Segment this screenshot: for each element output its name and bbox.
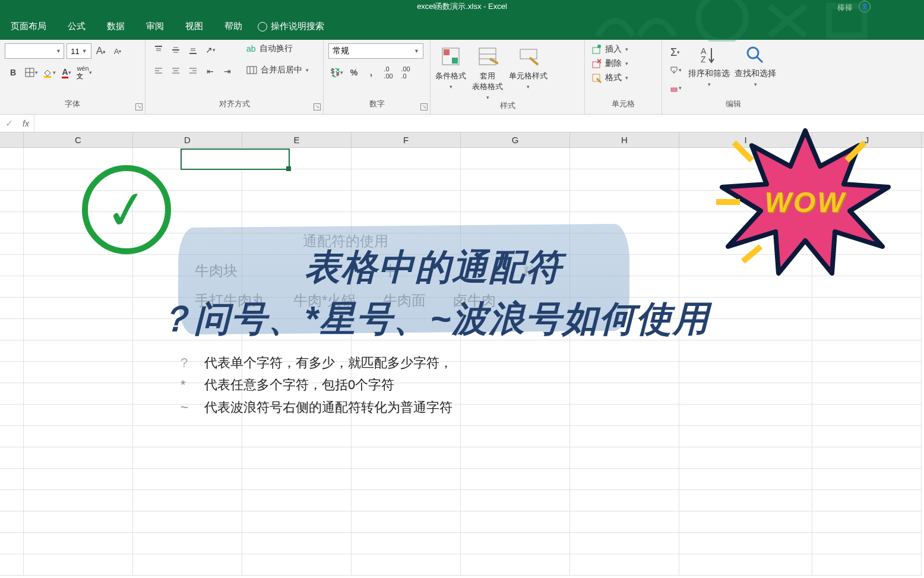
background-table: 通配符的使用 牛肉块 牛 粒 手打牛肉丸 牛肉*火锅 牛肉面 卤牛肉: [181, 226, 550, 316]
window-title: excel函数演示.xlsx - Excel: [417, 2, 507, 11]
col-header[interactable]: C: [24, 132, 133, 147]
col-header[interactable]: D: [133, 132, 242, 147]
font-dialog-launcher[interactable]: ↘: [135, 103, 143, 110]
align-center-button[interactable]: [167, 64, 184, 79]
svg-text:Z: Z: [701, 55, 706, 64]
conditional-format-icon: [439, 45, 463, 68]
format-cells-button[interactable]: 格式▾: [590, 71, 657, 85]
sort-filter-icon: AZ: [698, 45, 720, 66]
svg-rect-35: [593, 62, 600, 68]
increase-decimal-button[interactable]: .0.00: [380, 65, 397, 80]
decrease-font-size-button[interactable]: A▾: [110, 44, 125, 58]
decrease-indent-button[interactable]: ⇤: [202, 64, 219, 79]
comma-button[interactable]: ,: [363, 65, 379, 80]
tell-me-label: 操作说明搜索: [271, 21, 324, 32]
align-bottom-button[interactable]: [185, 42, 201, 58]
svg-rect-27: [444, 49, 450, 55]
autosum-button[interactable]: Σ▾: [667, 45, 683, 60]
number-group-label: 数字: [328, 99, 425, 112]
ribbon-group-editing: Σ▾ ▾ ▾ AZ 排序和筛选▾ 查找和选择▾ 编辑: [662, 40, 805, 114]
svg-rect-28: [452, 58, 458, 64]
align-top-button[interactable]: [150, 42, 167, 58]
svg-rect-4: [44, 76, 51, 78]
font-color-button[interactable]: A▾: [58, 65, 75, 80]
alignment-dialog-launcher[interactable]: ↘: [314, 103, 321, 110]
accounting-format-button[interactable]: 💱▾: [328, 65, 345, 80]
borders-button[interactable]: ▾: [23, 65, 39, 80]
number-dialog-launcher[interactable]: ↘: [420, 103, 428, 110]
tab-page-layout[interactable]: 页面布局: [0, 21, 57, 32]
ribbon-group-alignment: ↗▾ ⇤ ⇥ ab 自动换行 合并后居中 ▾: [145, 40, 324, 114]
svg-rect-32: [520, 49, 537, 59]
col-header[interactable]: H: [570, 132, 679, 147]
editing-group-label: 编辑: [667, 99, 800, 112]
svg-line-43: [757, 57, 762, 62]
fill-color-button[interactable]: ▾: [40, 65, 57, 80]
bulb-icon: [258, 22, 267, 31]
align-right-button[interactable]: [185, 64, 201, 79]
phonetic-guide-button[interactable]: wén文▾: [76, 65, 93, 80]
tab-formulas[interactable]: 公式: [57, 21, 96, 32]
col-header[interactable]: E: [242, 132, 352, 147]
cell-styles-button[interactable]: 单元格样式▾: [509, 45, 548, 90]
font-size-combo[interactable]: 11▼: [67, 43, 91, 59]
increase-font-size-button[interactable]: A▴: [94, 44, 108, 58]
decrease-decimal-button[interactable]: .00.0: [397, 65, 414, 80]
sort-filter-button[interactable]: AZ 排序和筛选▾: [688, 45, 730, 99]
svg-rect-39: [671, 88, 677, 91]
table-format-icon: [476, 45, 499, 68]
cell-styles-icon: [517, 45, 540, 68]
format-icon: [591, 72, 602, 83]
delete-cells-button[interactable]: 删除▾: [590, 56, 657, 71]
insert-cells-button[interactable]: 插入▾: [590, 42, 657, 56]
fill-button[interactable]: ▾: [667, 62, 683, 78]
wrap-text-button[interactable]: ab 自动换行: [243, 42, 312, 55]
font-name-combo[interactable]: ▼: [5, 43, 64, 59]
col-header[interactable]: F: [352, 132, 461, 147]
svg-point-34: [597, 45, 601, 48]
ribbon-group-styles: 条件格式▾ 套用 表格格式▾ 单元格样式▾ 样式: [431, 40, 585, 114]
wow-sticker: WOW: [710, 119, 900, 285]
svg-line-48: [743, 247, 761, 261]
tab-review[interactable]: 审阅: [135, 21, 175, 32]
tab-help[interactable]: 帮助: [214, 21, 253, 32]
decorative-pattern: [591, 0, 924, 42]
fx-label[interactable]: fx: [18, 119, 34, 128]
font-group-label: 字体: [5, 99, 140, 112]
conditional-formatting-button[interactable]: 条件格式▾: [435, 45, 466, 90]
svg-rect-29: [479, 48, 496, 65]
merge-center-button[interactable]: 合并后居中 ▾: [243, 64, 312, 77]
wow-text: WOW: [765, 186, 846, 219]
tab-data[interactable]: 数据: [96, 21, 135, 32]
orientation-button[interactable]: ↗▾: [202, 42, 219, 58]
formula-cancel-button[interactable]: ✓: [0, 115, 18, 132]
svg-point-0: [698, 0, 746, 42]
ribbon-group-cells: 插入▾ 删除▾ 格式▾ 单元格: [585, 40, 662, 114]
styles-group-label: 样式: [435, 100, 580, 113]
format-as-table-button[interactable]: 套用 表格格式▾: [472, 45, 503, 100]
wildcard-notes: ?代表单个字符，有多少，就匹配多少字符， *代表任意多个字符，包括0个字符 ~代…: [181, 352, 452, 418]
merge-icon: [246, 66, 257, 74]
checkmark-badge: ✓: [82, 165, 177, 260]
find-select-button[interactable]: 查找和选择▾: [735, 45, 776, 99]
tab-view[interactable]: 视图: [175, 21, 214, 32]
clear-button[interactable]: ▾: [667, 80, 683, 96]
align-middle-button[interactable]: [167, 42, 184, 58]
svg-rect-33: [593, 48, 600, 53]
ribbon-group-number: 常规▼ 💱▾ % , .0.00 .00.0 数字 ↘: [324, 40, 431, 114]
bold-button[interactable]: B: [5, 65, 21, 80]
increase-indent-button[interactable]: ⇥: [219, 64, 236, 79]
svg-line-45: [734, 143, 752, 160]
align-left-button[interactable]: [150, 64, 167, 79]
find-icon: [745, 45, 766, 66]
cells-group-label: 单元格: [590, 99, 657, 112]
tell-me-search[interactable]: 操作说明搜索: [258, 21, 324, 32]
percent-button[interactable]: %: [346, 65, 362, 80]
svg-rect-23: [247, 67, 257, 74]
col-header[interactable]: G: [461, 132, 570, 147]
insert-icon: [591, 44, 602, 55]
ribbon-group-font: ▼ 11▼ A▴ A▾ B ▾ ▾ A▾ wén文▾ 字体 ↘: [0, 40, 145, 114]
ribbon: ▼ 11▼ A▴ A▾ B ▾ ▾ A▾ wén文▾ 字体 ↘: [0, 40, 924, 115]
check-icon: ✓: [100, 176, 153, 243]
number-format-combo[interactable]: 常规▼: [328, 43, 423, 59]
